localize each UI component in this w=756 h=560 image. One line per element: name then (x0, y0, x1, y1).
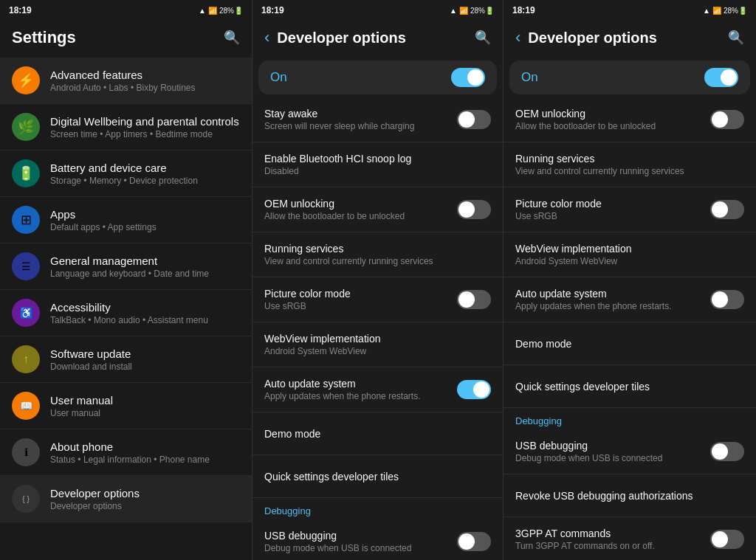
3gpp-subtitle: Turn 3GPP AT commands on or off. (515, 541, 703, 551)
dev-item-color-mode[interactable]: Picture color mode Use sRGB (252, 277, 503, 322)
bluetooth-hci-title: Enable Bluetooth HCI snoop log (264, 153, 484, 165)
usb-debugging-title-3: USB debugging (515, 440, 703, 452)
dev-item-quick-settings-3[interactable]: Quick settings developer tiles (504, 365, 756, 408)
auto-update-toggle[interactable] (457, 380, 491, 399)
oem-toggle[interactable] (457, 200, 491, 219)
usb-debugging-toggle[interactable] (457, 532, 491, 551)
developer-toggle-row-2: On (258, 61, 497, 94)
dev-item-stay-awake[interactable]: Stay awake Screen will never sleep while… (252, 97, 503, 142)
usb-debugging-subtitle-3: Debug mode when USB is connected (515, 453, 703, 463)
search-icon-3[interactable]: 🔍 (728, 30, 744, 46)
settings-item-accessibility[interactable]: ♿ Accessibility TalkBack • Mono audio • … (0, 290, 252, 336)
settings-item-apps[interactable]: ⊞ Apps Default apps • App settings (0, 197, 252, 243)
color-mode-toggle[interactable] (457, 290, 491, 309)
dev-item-webview[interactable]: WebView implementation Android System We… (252, 322, 503, 367)
developer-toggle-3[interactable] (704, 68, 738, 87)
search-icon-2[interactable]: 🔍 (475, 30, 491, 46)
developer-list-2: Stay awake Screen will never sleep while… (252, 97, 503, 560)
debugging-section-3: Debugging (504, 408, 756, 429)
demo-text: Demo mode (264, 428, 491, 440)
dev-item-demo[interactable]: Demo mode (252, 412, 503, 455)
software-title: Software update (50, 348, 240, 360)
dev-item-running[interactable]: Running services View and control curren… (252, 232, 503, 277)
3gpp-toggle[interactable] (710, 530, 744, 549)
settings-item-software[interactable]: ↑ Software update Download and install (0, 336, 252, 383)
about-icon: ℹ (12, 438, 40, 466)
settings-item-developer[interactable]: { } Developer options Developer options (0, 476, 252, 522)
settings-item-advanced[interactable]: ⚡ Advanced features Android Auto • Labs … (0, 58, 252, 104)
settings-item-wellbeing[interactable]: 🌿 Digital Wellbeing and parental control… (0, 104, 252, 151)
auto-update-toggle-3[interactable] (710, 290, 744, 309)
general-icon: ☰ (12, 252, 40, 280)
battery-text-2: 28%🔋 (470, 7, 494, 15)
status-time-2: 18:19 (261, 5, 284, 15)
webview-subtitle: Android System WebView (264, 346, 484, 356)
software-icon: ↑ (12, 345, 40, 373)
manual-subtitle: User manual (50, 408, 240, 418)
developer-toggle-2[interactable] (451, 68, 485, 87)
dev-item-auto-update-3[interactable]: Auto update system Apply updates when th… (504, 277, 756, 322)
usb-debugging-toggle-3[interactable] (710, 442, 744, 461)
auto-update-subtitle-3: Apply updates when the phone restarts. (515, 301, 703, 311)
back-button-3[interactable]: ‹ (515, 28, 520, 47)
settings-item-general[interactable]: ☰ General management Language and keyboa… (0, 243, 252, 290)
developer-list-3: OEM unlocking Allow the bootloader to be… (504, 97, 756, 560)
bluetooth-hci-subtitle: Disabled (264, 166, 484, 176)
auto-update-text-3: Auto update system Apply updates when th… (515, 288, 710, 311)
usb-debugging-subtitle: Debug mode when USB is connected (264, 543, 450, 553)
advanced-icon: ⚡ (12, 66, 40, 94)
webview-title-3: WebView implementation (515, 243, 737, 255)
battery-text: 28%🔋 (219, 7, 243, 15)
running-title: Running services (264, 243, 484, 255)
developer-title-2: Developer options (277, 30, 405, 46)
manual-text: User manual User manual (50, 394, 240, 418)
dev-item-color-mode-3[interactable]: Picture color mode Use sRGB (504, 187, 756, 232)
settings-item-battery[interactable]: 🔋 Battery and device care Storage • Memo… (0, 151, 252, 197)
developer-header-2: ‹ Developer options 🔍 (252, 21, 503, 58)
running-subtitle-3: View and control currently running servi… (515, 166, 737, 176)
dev-item-revoke-usb[interactable]: Revoke USB debugging authorizations (504, 474, 756, 517)
advanced-title: Advanced features (50, 69, 240, 81)
color-mode-text-3: Picture color mode Use sRGB (515, 198, 710, 221)
dev-item-oem-3[interactable]: OEM unlocking Allow the bootloader to be… (504, 97, 756, 142)
battery-icon: 🔋 (12, 159, 40, 187)
dev-item-3gpp[interactable]: 3GPP AT commands Turn 3GPP AT commands o… (504, 517, 756, 560)
dev-item-quick-settings[interactable]: Quick settings developer tiles (252, 455, 503, 498)
oem-toggle-3[interactable] (710, 110, 744, 129)
stay-awake-toggle[interactable] (457, 110, 491, 129)
dev-item-auto-update[interactable]: Auto update system Apply updates when th… (252, 367, 503, 412)
color-mode-text: Picture color mode Use sRGB (264, 288, 457, 311)
dev-item-running-3[interactable]: Running services View and control curren… (504, 142, 756, 187)
quick-settings-text-3: Quick settings developer tiles (515, 381, 744, 393)
settings-item-about[interactable]: ℹ About phone Status • Legal information… (0, 429, 252, 476)
search-icon-1[interactable]: 🔍 (224, 30, 240, 46)
about-title: About phone (50, 440, 240, 453)
wifi-icon-2: ▲ (450, 7, 457, 15)
stay-awake-title: Stay awake (264, 108, 450, 120)
developer-panel-2: 18:19 ▲ 📶 28%🔋 ‹ Developer options 🔍 On … (252, 0, 504, 560)
dev-item-webview-3[interactable]: WebView implementation Android System We… (504, 232, 756, 277)
status-bar-3: 18:19 ▲ 📶 28%🔋 (504, 0, 756, 21)
color-mode-subtitle-3: Use sRGB (515, 211, 703, 221)
developer-icon: { } (12, 485, 40, 513)
color-mode-title: Picture color mode (264, 288, 450, 300)
settings-title: Settings (12, 28, 76, 47)
oem-text: OEM unlocking Allow the bootloader to be… (264, 198, 457, 221)
oem-title: OEM unlocking (264, 198, 450, 210)
color-mode-subtitle: Use sRGB (264, 301, 450, 311)
apps-text: Apps Default apps • App settings (50, 208, 240, 232)
header-center-2: ‹ Developer options (264, 28, 475, 47)
dev-item-oem[interactable]: OEM unlocking Allow the bootloader to be… (252, 187, 503, 232)
dev-item-bluetooth-hci[interactable]: Enable Bluetooth HCI snoop log Disabled (252, 142, 503, 187)
dev-item-demo-3[interactable]: Demo mode (504, 322, 756, 365)
oem-text-3: OEM unlocking Allow the bootloader to be… (515, 108, 710, 131)
wellbeing-title: Digital Wellbeing and parental controls (50, 115, 240, 128)
oem-title-3: OEM unlocking (515, 108, 703, 120)
settings-item-manual[interactable]: 📖 User manual User manual (0, 383, 252, 429)
dev-item-usb-debugging[interactable]: USB debugging Debug mode when USB is con… (252, 519, 503, 560)
running-text: Running services View and control curren… (264, 243, 491, 266)
general-subtitle: Language and keyboard • Date and time (50, 269, 240, 279)
color-mode-toggle-3[interactable] (710, 200, 744, 219)
back-button-2[interactable]: ‹ (264, 28, 269, 47)
dev-item-usb-debugging-3[interactable]: USB debugging Debug mode when USB is con… (504, 429, 756, 474)
